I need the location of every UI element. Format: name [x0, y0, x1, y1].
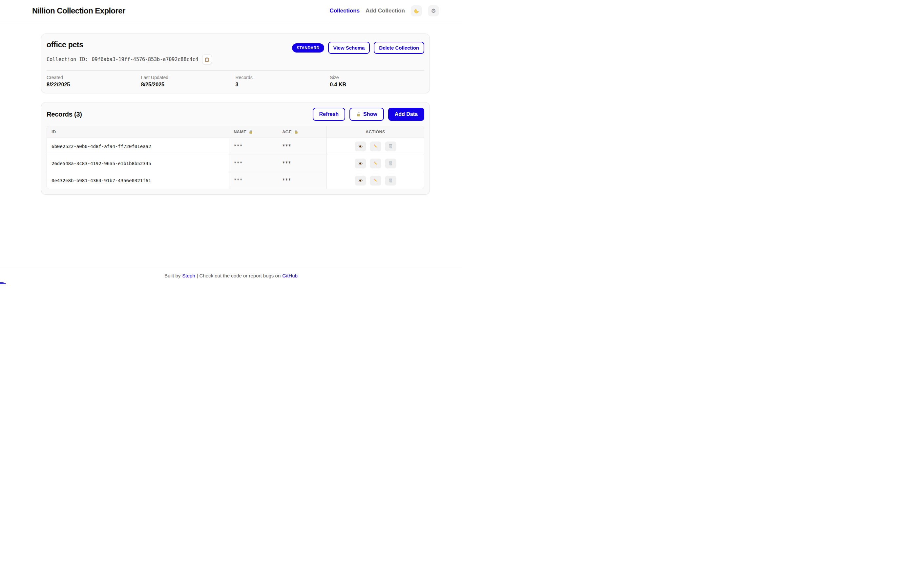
delete-collection-button[interactable]: Delete Collection [374, 42, 424, 54]
stat-value: 3 [235, 82, 330, 88]
column-header-name: NAME [229, 126, 277, 137]
eye-icon [358, 144, 363, 149]
record-name-cell-masked: *** [229, 138, 277, 155]
table-row: 26de548a-3c83-4192-96a5-e1b1b8b52345 ***… [47, 155, 424, 172]
records-header: Records (3) Refresh Show Add Data [47, 108, 424, 121]
record-id-cell: 26de548a-3c83-4192-96a5-e1b1b8b52345 [47, 155, 229, 172]
collection-stats: Created 8/22/2025 Last Updated 8/25/2025… [47, 70, 424, 88]
settings-button[interactable]: ⚙ [428, 5, 439, 17]
trash-icon [388, 161, 393, 166]
collection-card-actions: STANDARD View Schema Delete Collection [292, 42, 424, 54]
record-actions-cell [327, 155, 424, 172]
view-schema-button[interactable]: View Schema [328, 42, 370, 54]
app-title: Nillion Collection Explorer [32, 6, 125, 15]
record-actions-cell [327, 172, 424, 189]
footer-text: Built by [164, 273, 181, 278]
nav-collections[interactable]: Collections [329, 8, 360, 14]
author-link[interactable]: Steph [182, 273, 195, 278]
record-age-cell-masked: *** [277, 138, 327, 155]
records-table: ID NAME AGE [47, 126, 424, 189]
collection-identity: office pets Collection ID: 09f6aba3-19ff… [47, 41, 212, 64]
record-age-cell-masked: *** [277, 172, 327, 189]
collection-card: office pets Collection ID: 09f6aba3-19ff… [41, 33, 430, 93]
edit-record-button[interactable] [370, 159, 381, 168]
nav-add-collection[interactable]: Add Collection [366, 8, 405, 14]
record-id-cell: 6b0e2522-a0b0-4d8f-af94-ff720f01eaa2 [47, 138, 229, 155]
record-age-cell-masked: *** [277, 155, 327, 172]
records-table-head: ID NAME AGE [47, 126, 424, 138]
records-table-body: 6b0e2522-a0b0-4d8f-af94-ff720f01eaa2 ***… [47, 138, 424, 189]
eye-icon [358, 161, 363, 166]
view-record-button[interactable] [355, 159, 366, 168]
collection-id-row: Collection ID: 09f6aba3-19ff-4576-853b-a… [47, 54, 212, 64]
view-record-button[interactable] [355, 176, 366, 186]
column-label: ID [51, 129, 56, 134]
column-header-id: ID [47, 126, 229, 137]
lock-icon [249, 130, 253, 134]
column-label: NAME [234, 129, 246, 134]
collection-card-header: office pets Collection ID: 09f6aba3-19ff… [47, 41, 424, 64]
show-values-button[interactable]: Show [350, 108, 384, 121]
pencil-icon [373, 161, 378, 166]
main-content: office pets Collection ID: 09f6aba3-19ff… [41, 33, 430, 195]
pencil-icon [373, 144, 378, 149]
stat-value: 8/25/2025 [141, 82, 235, 88]
delete-record-button[interactable] [385, 159, 396, 168]
stat-records: Records 3 [235, 75, 330, 88]
table-row: 0e432e8b-b981-4364-91b7-4356e0321f61 ***… [47, 172, 424, 189]
stat-size: Size 0.4 KB [330, 75, 424, 88]
records-title: Records (3) [47, 111, 82, 118]
gear-icon: ⚙ [431, 8, 436, 14]
column-header-age: AGE [277, 126, 327, 137]
clipboard-icon [204, 57, 210, 62]
collection-id-label: Collection ID: [47, 56, 88, 62]
stat-last-updated: Last Updated 8/25/2025 [141, 75, 235, 88]
stat-label: Last Updated [141, 75, 235, 80]
record-actions-cell [327, 138, 424, 155]
copy-collection-id-button[interactable] [202, 54, 212, 64]
record-name-cell-masked: *** [229, 172, 277, 189]
trash-icon [388, 178, 393, 183]
add-data-button[interactable]: Add Data [388, 108, 424, 121]
app-header: Nillion Collection Explorer Collections … [0, 0, 462, 22]
delete-record-button[interactable] [385, 176, 396, 186]
app-footer: Built by Steph | Check out the code or r… [0, 267, 462, 284]
collection-type-badge: STANDARD [292, 43, 324, 53]
edit-record-button[interactable] [370, 142, 381, 151]
column-label: AGE [282, 129, 292, 134]
footer-text: | Check out the code or report bugs on [197, 273, 281, 278]
show-values-label: Show [363, 111, 377, 117]
stat-label: Created [47, 75, 141, 80]
moon-icon [414, 8, 419, 14]
records-card: Records (3) Refresh Show Add Data [41, 102, 430, 195]
records-actions: Refresh Show Add Data [313, 108, 424, 121]
stat-created: Created 8/22/2025 [47, 75, 141, 88]
trash-icon [388, 144, 393, 149]
header-nav: Collections Add Collection ⚙ [329, 5, 439, 17]
edit-record-button[interactable] [370, 176, 381, 186]
github-link[interactable]: GitHub [282, 273, 298, 278]
stat-value: 8/22/2025 [47, 82, 141, 88]
unlock-icon [356, 112, 361, 117]
stat-value: 0.4 KB [330, 82, 424, 88]
eye-icon [358, 178, 363, 183]
record-name-cell-masked: *** [229, 155, 277, 172]
stat-label: Records [235, 75, 330, 80]
theme-toggle-button[interactable] [411, 5, 422, 17]
column-header-actions: ACTIONS [327, 126, 424, 137]
stat-label: Size [330, 75, 424, 80]
table-row: 6b0e2522-a0b0-4d8f-af94-ff720f01eaa2 ***… [47, 138, 424, 155]
view-record-button[interactable] [355, 142, 366, 151]
collection-id-value: 09f6aba3-19ff-4576-853b-a7092c88c4c4 [92, 56, 198, 62]
column-label: ACTIONS [366, 129, 385, 134]
pencil-icon [373, 178, 378, 183]
lock-icon [294, 130, 298, 134]
refresh-button[interactable]: Refresh [313, 108, 345, 121]
collection-name: office pets [47, 41, 212, 49]
record-id-cell: 0e432e8b-b981-4364-91b7-4356e0321f61 [47, 172, 229, 189]
delete-record-button[interactable] [385, 142, 396, 151]
